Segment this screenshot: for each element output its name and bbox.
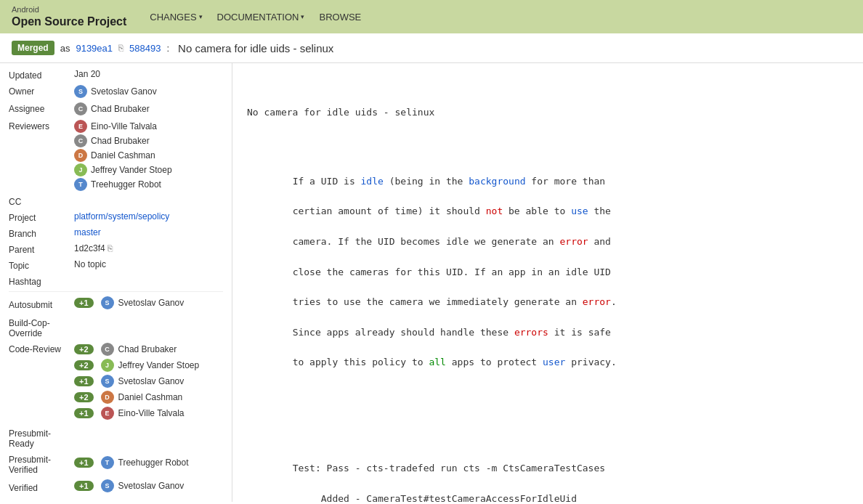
divider <box>9 291 223 292</box>
list-item: C Chad Brubaker <box>74 134 172 147</box>
voter-name: Treehugger Robot <box>118 458 189 468</box>
chevron-down-icon: ▾ <box>199 13 203 20</box>
parent-value: 1d2c3f4 ⎘ <box>74 243 223 253</box>
list-item: +1 S Svetoslav Ganov <box>74 479 184 492</box>
list-item: E Eino-Ville Talvala <box>74 120 172 133</box>
owner-row: Owner S Svetoslav Ganov <box>9 85 223 98</box>
avatar: T <box>101 456 114 469</box>
nav-documentation[interactable]: DOCUMENTATION ▾ <box>217 12 305 23</box>
owner-label: Owner <box>9 85 74 97</box>
project-label: Project <box>9 211 74 223</box>
voter-name: Jeffrey Vander Stoep <box>118 360 200 370</box>
verified-row: Verified +1 S Svetoslav Ganov <box>9 479 223 495</box>
vote-badge: +1 <box>74 298 94 308</box>
reviewer-name: Chad Brubaker <box>91 136 150 146</box>
assignee-value: C Chad Brubaker <box>74 102 223 115</box>
change-title: No camera for idle uids - selinux <box>178 42 333 54</box>
build-cop-row: Build-Cop-Override <box>9 317 223 338</box>
list-item: +2 D Daniel Cashman <box>74 391 199 404</box>
presubmit-verified-row: Presubmit-Verified +1 T Treehugger Robot <box>9 453 223 475</box>
vote-badge: +1 <box>74 408 94 418</box>
chevron-down-icon: ▾ <box>301 13 304 20</box>
avatar: T <box>74 178 87 191</box>
list-item: +1 S Svetoslav Ganov <box>74 375 199 388</box>
sub-header: Merged as 9139ea1 ⎘ 588493 :No camera fo… <box>0 33 863 63</box>
list-item: D Daniel Cashman <box>74 149 172 162</box>
code-review-votes: +2 C Chad Brubaker +2 J Jeffrey Vander S… <box>74 343 199 423</box>
test-lines: Test: Pass - cts-tradefed run cts -m Cts… <box>247 446 848 502</box>
left-panel: Updated Jan 20 Owner S Svetoslav Ganov A… <box>0 63 232 502</box>
android-label: Android <box>12 5 126 15</box>
verified-label: Verified <box>9 481 74 493</box>
updated-row: Updated Jan 20 <box>9 69 223 81</box>
hashtag-label: Hashtag <box>9 275 74 287</box>
verified-votes: +1 S Svetoslav Ganov <box>74 479 184 495</box>
parent-row: Parent 1d2c3f4 ⎘ <box>9 243 223 255</box>
autosubmit-row: Autosubmit +1 S Svetoslav Ganov <box>9 296 223 312</box>
test-line1: Test: Pass - cts-tradefed run cts -m Cts… <box>293 463 605 473</box>
topic-row: Topic No topic <box>9 259 223 271</box>
avatar: C <box>74 102 87 115</box>
list-item: +1 T Treehugger Robot <box>74 456 189 469</box>
list-item: T Treehugger Robot <box>74 178 172 191</box>
reviewer-name: Daniel Cashman <box>91 150 155 160</box>
avatar: C <box>101 343 114 356</box>
code-review-row: Code-Review +2 C Chad Brubaker +2 J Jeff… <box>9 343 223 423</box>
main-layout: Updated Jan 20 Owner S Svetoslav Ganov A… <box>0 63 863 502</box>
commit-id-link[interactable]: 9139ea1 <box>76 43 113 54</box>
avatar: S <box>74 85 87 98</box>
nav-changes[interactable]: CHANGES ▾ <box>150 12 202 23</box>
vote-badge: +1 <box>74 481 94 491</box>
as-text: as <box>60 43 70 54</box>
hashtag-row: Hashtag <box>9 275 223 287</box>
avatar: S <box>101 296 114 309</box>
commit-message: No camera for idle uids - selinux If a U… <box>247 75 848 502</box>
main-nav: CHANGES ▾ DOCUMENTATION ▾ BROWSE <box>150 12 361 23</box>
title-separator: : <box>166 43 169 54</box>
reviewer-name: Eino-Ville Talvala <box>91 121 157 131</box>
voter-name: Daniel Cashman <box>118 392 183 402</box>
reviewers-list: E Eino-Ville Talvala C Chad Brubaker D D… <box>74 120 172 191</box>
build-cop-label: Build-Cop-Override <box>9 317 74 338</box>
avatar: S <box>101 375 114 388</box>
cc-label: CC <box>9 195 74 207</box>
reviewers-label: Reviewers <box>9 120 74 131</box>
project-link[interactable]: platform/system/sepolicy <box>74 211 169 221</box>
list-item: +2 J Jeffrey Vander Stoep <box>74 359 199 372</box>
updated-value: Jan 20 <box>74 69 223 79</box>
avatar: D <box>101 391 114 404</box>
copy-icon[interactable]: ⎘ <box>118 43 123 53</box>
avatar: J <box>101 359 114 372</box>
branch-row: Branch master <box>9 227 223 239</box>
voter-name: Svetoslav Ganov <box>118 481 185 491</box>
copy-icon[interactable]: ⎘ <box>108 243 113 253</box>
branch-link[interactable]: master <box>74 227 101 237</box>
avatar: E <box>101 407 114 420</box>
aosp-label: Open Source Project <box>12 15 126 28</box>
presubmit-verified-votes: +1 T Treehugger Robot <box>74 456 189 472</box>
list-item: +2 C Chad Brubaker <box>74 343 199 356</box>
updated-label: Updated <box>9 69 74 81</box>
autosubmit-votes: +1 S Svetoslav Ganov <box>74 296 184 312</box>
branch-label: Branch <box>9 227 74 239</box>
reviewers-row: Reviewers E Eino-Ville Talvala C Chad Br… <box>9 120 223 191</box>
nav-browse[interactable]: BROWSE <box>319 12 361 23</box>
list-item: +1 E Eino-Ville Talvala <box>74 407 199 420</box>
logo: Android Open Source Project <box>12 5 126 28</box>
voter-name: Svetoslav Ganov <box>118 298 185 308</box>
right-panel: No camera for idle uids - selinux If a U… <box>232 63 863 502</box>
assignee-label: Assignee <box>9 102 74 114</box>
project-row: Project platform/system/sepolicy <box>9 211 223 223</box>
vote-badge: +2 <box>74 392 94 402</box>
presubmit-verified-label: Presubmit-Verified <box>9 453 74 475</box>
voter-name: Chad Brubaker <box>118 344 177 354</box>
avatar: D <box>74 149 87 162</box>
change-number-link[interactable]: 588493 <box>129 43 161 54</box>
voter-name: Eino-Ville Talvala <box>118 408 185 418</box>
commit-title: No camera for idle uids - selinux <box>247 105 848 121</box>
avatar: E <box>74 120 87 133</box>
voter-name: Svetoslav Ganov <box>118 376 185 386</box>
topic-label: Topic <box>9 259 74 271</box>
merged-badge: Merged <box>12 41 54 55</box>
vote-badge: +2 <box>74 360 94 370</box>
